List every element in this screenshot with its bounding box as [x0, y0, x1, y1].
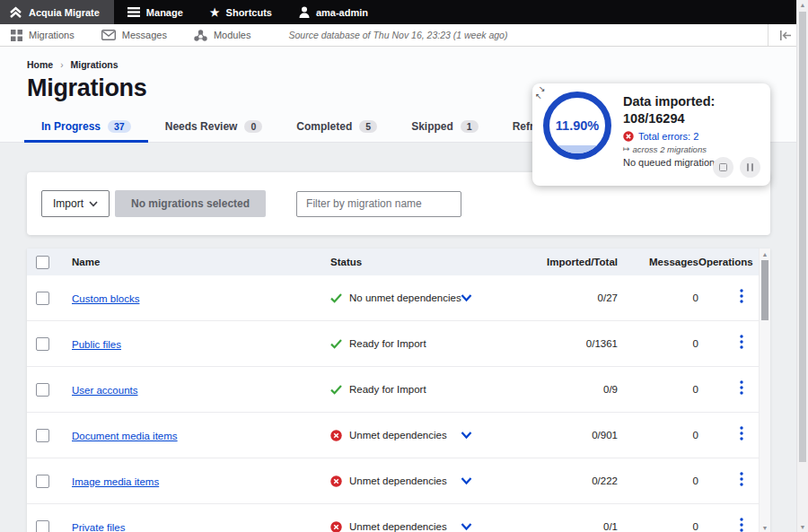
operations-kebab-icon[interactable]	[740, 335, 743, 349]
migration-name-link[interactable]: Document media items	[72, 431, 178, 441]
pause-import-button[interactable]	[740, 157, 760, 178]
tab-count-badge: 37	[108, 120, 131, 133]
tab-skipped[interactable]: Skipped 1	[394, 113, 496, 142]
row-checkbox[interactable]	[36, 337, 49, 351]
operations-kebab-icon[interactable]	[740, 380, 743, 395]
manage-menu[interactable]: Manage	[114, 0, 197, 24]
row-checkbox[interactable]	[36, 520, 49, 532]
tab-needs-review[interactable]: Needs Review 0	[148, 113, 280, 142]
username-label: ama-admin	[316, 7, 368, 18]
tab-label: Needs Review	[165, 120, 238, 133]
operations-kebab-icon[interactable]	[740, 518, 743, 532]
collapse-toolbar-button[interactable]	[768, 24, 792, 46]
migration-name-link[interactable]: Image media items	[72, 476, 159, 487]
migration-name-link[interactable]: User accounts	[72, 385, 138, 396]
imported-total-value: 0/27	[519, 292, 618, 303]
resize-handle-icon[interactable]: ↘↖	[535, 84, 548, 102]
row-checkbox[interactable]	[36, 383, 49, 397]
table-scrollbar[interactable]: ▲ ▼	[759, 249, 770, 532]
user-menu[interactable]: ama-admin	[285, 0, 382, 24]
tab-count-badge: 5	[359, 120, 377, 133]
migration-name-link[interactable]: Custom blocks	[72, 293, 139, 304]
page-scrollbar-thumb[interactable]	[799, 12, 806, 462]
messages-count: 0	[618, 475, 698, 486]
envelope-icon	[101, 30, 116, 40]
breadcrumb-home[interactable]: Home	[27, 59, 53, 70]
tab-completed[interactable]: Completed 5	[279, 113, 394, 142]
user-icon	[299, 6, 310, 18]
table-row: Document media items Unmet dependencies …	[27, 413, 770, 458]
nav-messages[interactable]: Messages	[101, 30, 167, 40]
stop-icon	[719, 163, 727, 171]
migration-name-link[interactable]: Public files	[72, 339, 121, 350]
shortcuts-menu[interactable]: ★ Shortcuts	[197, 0, 285, 24]
table-row: Private files Unmet dependencies 0/1 0	[27, 504, 770, 532]
import-progress-popup: ↘↖ 11.90% Data imported: 108/16294 Total…	[532, 83, 770, 186]
nav-migrations[interactable]: Migrations	[11, 30, 75, 41]
operations-kebab-icon[interactable]	[740, 472, 743, 486]
migrations-table: Name Status Imported/Total Messages Oper…	[27, 249, 770, 532]
import-dropdown-button[interactable]: Import	[41, 190, 110, 217]
operations-kebab-icon[interactable]	[740, 426, 743, 440]
migration-name-link[interactable]: Private files	[72, 522, 125, 532]
status-error-icon	[330, 475, 342, 487]
status-error-icon	[330, 521, 342, 532]
table-scrollbar-thumb[interactable]	[761, 260, 768, 320]
nav-migrations-label: Migrations	[29, 30, 75, 40]
table-row: Custom blocks No unmet dependencies 0/27…	[27, 275, 770, 321]
col-header-name: Name	[72, 257, 330, 267]
table-row: Public files Ready for Import 0/1361 0	[27, 321, 770, 367]
col-header-operations: Operations	[698, 257, 761, 267]
brand-label: Acquia Migrate	[29, 7, 100, 18]
total-errors-link[interactable]: Total errors: 2	[638, 131, 698, 142]
import-button-label: Import	[53, 197, 83, 210]
row-checkbox[interactable]	[36, 475, 49, 488]
status-label: No unmet dependencies	[349, 292, 461, 303]
status-error-icon	[330, 430, 342, 441]
nav-messages-label: Messages	[122, 30, 167, 40]
nav-modules[interactable]: Modules	[194, 30, 251, 41]
row-checkbox[interactable]	[36, 292, 49, 305]
progress-percent: 11.90%	[549, 98, 605, 153]
status-ok-icon	[330, 339, 342, 349]
status-label: Ready for Import	[349, 338, 426, 349]
scroll-down-icon[interactable]: ▼	[760, 525, 770, 531]
tab-count-badge: 1	[461, 120, 479, 133]
messages-count: 0	[618, 430, 698, 440]
scroll-up-icon[interactable]: ▲	[797, 2, 808, 8]
modules-icon	[194, 30, 207, 41]
admin-topbar: Acquia Migrate Manage ★ Shortcuts ama-ad…	[0, 0, 808, 24]
row-checkbox[interactable]	[36, 429, 49, 442]
tab-label: In Progress	[41, 120, 101, 133]
page-scrollbar[interactable]: ▲ ▼	[796, 0, 808, 532]
progress-ring: 11.90%	[543, 92, 611, 160]
tab-in-progress[interactable]: In Progress 37	[24, 113, 148, 142]
operations-kebab-icon[interactable]	[740, 289, 743, 303]
acquia-logo-icon	[9, 6, 22, 19]
table-header-row: Name Status Imported/Total Messages Oper…	[27, 249, 770, 275]
col-header-imported: Imported/Total	[519, 257, 618, 267]
breadcrumb-current: Migrations	[71, 59, 119, 70]
messages-count: 0	[618, 384, 698, 395]
expand-row-chevron-icon[interactable]	[461, 432, 472, 440]
collapse-left-icon	[779, 31, 792, 40]
acquia-migrate-brand[interactable]: Acquia Migrate	[0, 0, 114, 24]
expand-row-chevron-icon[interactable]	[461, 477, 472, 485]
imported-total-value: 0/1361	[519, 338, 618, 349]
table-row: Image media items Unmet dependencies 0/2…	[27, 458, 770, 504]
expand-row-chevron-icon[interactable]	[461, 523, 472, 531]
messages-count: 0	[618, 292, 698, 303]
tab-label: Completed	[296, 120, 352, 133]
pause-icon	[747, 163, 754, 171]
imported-total-value: 0/222	[519, 475, 618, 486]
expand-row-chevron-icon[interactable]	[461, 294, 472, 302]
chevron-down-icon	[89, 201, 98, 207]
select-all-checkbox[interactable]	[36, 256, 49, 269]
stop-import-button[interactable]	[713, 157, 733, 178]
shortcuts-label: Shortcuts	[226, 7, 272, 18]
migration-filter-input[interactable]	[296, 191, 461, 217]
scroll-down-icon[interactable]: ▼	[797, 524, 808, 530]
menu-icon	[127, 7, 140, 17]
tab-label: Skipped	[411, 120, 453, 133]
scroll-up-icon[interactable]: ▲	[760, 251, 770, 257]
